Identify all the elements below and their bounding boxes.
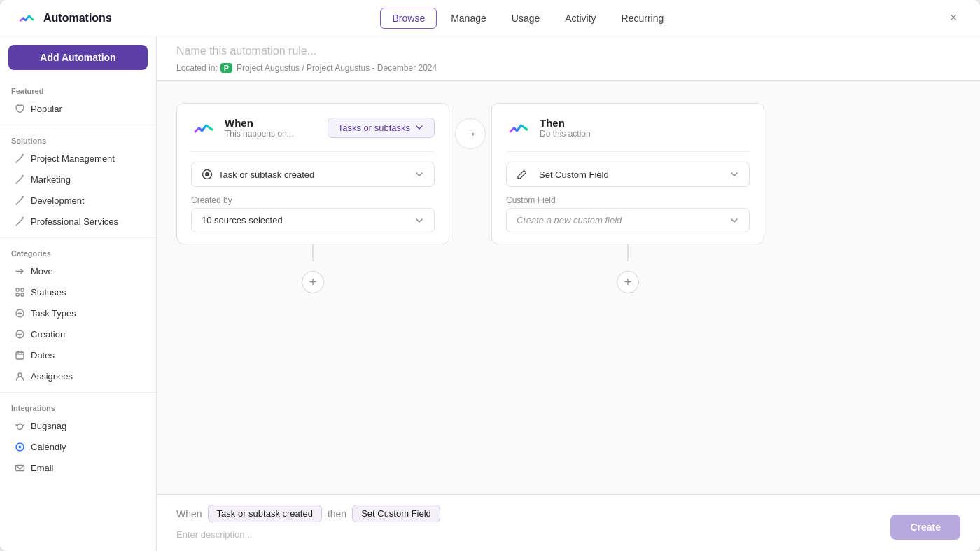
divider-1 xyxy=(0,125,156,125)
sidebar-item-calendly-label: Calendly xyxy=(31,442,66,452)
when-column: When This happens on... Tasks or subtask… xyxy=(176,103,449,293)
then-vline xyxy=(627,244,629,261)
flow-row: When This happens on... Tasks or subtask… xyxy=(176,103,960,293)
heart-icon xyxy=(14,103,25,114)
arrow-symbol: → xyxy=(464,127,477,141)
svg-rect-14 xyxy=(16,293,19,296)
summary-trigger-badge: Task or subtask created xyxy=(208,505,322,522)
custom-field-label: Custom Field xyxy=(506,195,750,205)
automation-canvas: When This happens on... Tasks or subtask… xyxy=(157,81,980,494)
svg-line-3 xyxy=(16,178,22,183)
sidebar-item-creation[interactable]: Creation xyxy=(3,323,153,344)
sidebar-item-move-label: Move xyxy=(31,266,53,277)
sidebar-item-statuses[interactable]: Statuses xyxy=(3,281,153,302)
sidebar-item-popular-label: Popular xyxy=(31,104,62,114)
custom-field-section: Custom Field Create a new custom field xyxy=(506,195,750,232)
when-cu-logo xyxy=(191,115,216,140)
sidebar: Add Automation Featured Popular Solution… xyxy=(0,36,157,551)
header: Automations Browse Manage Usage Activity… xyxy=(0,0,980,36)
categories-label: Categories xyxy=(0,244,156,260)
sources-dropdown[interactable]: 10 sources selected xyxy=(191,208,435,232)
app-container: Automations Browse Manage Usage Activity… xyxy=(0,0,980,551)
sidebar-item-task-types-label: Task Types xyxy=(31,308,76,319)
sidebar-item-dates[interactable]: Dates xyxy=(3,344,153,365)
sidebar-item-calendly[interactable]: Calendly xyxy=(3,436,153,457)
tasks-dropdown[interactable]: Tasks or subtasks xyxy=(328,118,435,138)
svg-line-9 xyxy=(16,220,22,225)
grid-icon xyxy=(14,286,25,298)
svg-point-11 xyxy=(22,217,24,218)
then-subtitle: Do this action xyxy=(540,129,591,139)
tab-usage[interactable]: Usage xyxy=(500,8,551,28)
svg-point-8 xyxy=(22,196,24,197)
logo-icon xyxy=(19,11,34,26)
integrations-label: Integrations xyxy=(0,398,156,415)
sidebar-item-marketing[interactable]: Marketing xyxy=(3,169,153,190)
featured-label: Featured xyxy=(0,81,156,98)
sidebar-item-move[interactable]: Move xyxy=(3,260,153,281)
sidebar-item-assignees-label: Assignees xyxy=(31,371,73,382)
svg-rect-12 xyxy=(16,288,19,291)
tab-recurring[interactable]: Recurring xyxy=(610,8,676,28)
sidebar-item-task-types[interactable]: Task Types xyxy=(3,302,153,323)
header-left: Automations xyxy=(17,8,112,28)
summary-then-label: then xyxy=(328,508,346,519)
plus-circle-icon-cr xyxy=(14,328,25,340)
sidebar-item-email[interactable]: Email xyxy=(3,457,153,478)
then-titles: Then Do this action xyxy=(540,117,591,139)
add-action-button[interactable]: + xyxy=(617,271,639,293)
trigger-dropdown[interactable]: Task or subtask created xyxy=(191,162,435,187)
sidebar-item-assignees[interactable]: Assignees xyxy=(3,365,153,386)
tab-manage[interactable]: Manage xyxy=(440,8,498,28)
tab-activity[interactable]: Activity xyxy=(554,8,607,28)
header-title: Automations xyxy=(43,12,112,25)
automation-name-input[interactable] xyxy=(176,45,960,63)
sidebar-item-bugsnag-label: Bugsnag xyxy=(31,421,66,431)
add-trigger-button[interactable]: + xyxy=(302,271,324,293)
bug-icon xyxy=(14,420,25,431)
when-subtitle: This happens on... xyxy=(225,129,294,139)
then-card-body: Set Custom Field Custom Field Create a n… xyxy=(506,151,750,232)
sidebar-item-popular[interactable]: Popular xyxy=(3,98,153,119)
sidebar-item-dev-label: Development xyxy=(31,195,85,206)
create-button[interactable]: Create xyxy=(890,515,960,540)
then-card-header: Then Do this action xyxy=(506,115,750,140)
svg-point-27 xyxy=(17,424,22,429)
svg-line-30 xyxy=(22,424,24,426)
when-card-body: Task or subtask created Created by 10 so… xyxy=(191,151,435,232)
sidebar-item-development[interactable]: Development xyxy=(3,190,153,211)
when-card-header: When This happens on... Tasks or subtask… xyxy=(191,115,435,140)
wand-icon-dev xyxy=(14,195,25,206)
svg-point-5 xyxy=(22,175,24,176)
location-bar: Located in: P Project Augustus / Project… xyxy=(176,63,960,80)
sidebar-item-project-management[interactable]: Project Management xyxy=(3,148,153,169)
automation-header: Located in: P Project Augustus / Project… xyxy=(157,36,980,81)
summary-bar: When Task or subtask created then Set Cu… xyxy=(157,494,980,551)
app-logo xyxy=(17,8,36,28)
solutions-label: Solutions xyxy=(0,131,156,148)
action-dropdown[interactable]: Set Custom Field xyxy=(506,162,750,187)
sidebar-item-bugsnag[interactable]: Bugsnag xyxy=(3,415,153,436)
when-title: When xyxy=(225,117,294,129)
divider-3 xyxy=(0,392,156,393)
when-titles: When This happens on... xyxy=(225,117,294,139)
svg-rect-15 xyxy=(21,293,24,296)
when-vline xyxy=(312,244,314,261)
close-button[interactable]: × xyxy=(944,8,963,28)
when-card: When This happens on... Tasks or subtask… xyxy=(176,103,449,244)
sidebar-item-statuses-label: Statuses xyxy=(31,287,66,298)
summary-row: When Task or subtask created then Set Cu… xyxy=(176,505,960,522)
svg-rect-13 xyxy=(21,288,24,291)
tab-browse[interactable]: Browse xyxy=(380,8,437,29)
calendar-icon xyxy=(14,349,25,361)
svg-rect-22 xyxy=(16,352,24,359)
user-icon xyxy=(14,370,25,382)
sidebar-item-professional-services[interactable]: Professional Services xyxy=(3,211,153,232)
location-prefix: Located in: xyxy=(176,63,218,73)
custom-field-dropdown[interactable]: Create a new custom field xyxy=(506,208,750,232)
header-tabs: Browse Manage Usage Activity Recurring xyxy=(380,8,675,29)
body: Add Automation Featured Popular Solution… xyxy=(0,36,980,551)
arrow-col: → xyxy=(449,103,491,149)
description-input[interactable] xyxy=(176,528,960,541)
add-automation-button[interactable]: Add Automation xyxy=(8,45,148,70)
